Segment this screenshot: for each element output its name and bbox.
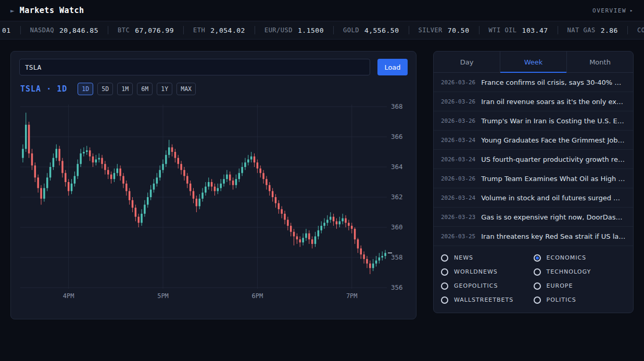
news-list: 2026-03-26France confirms oil crisis, sa…	[434, 73, 633, 246]
ticker-item: GOLD4,556.50	[334, 27, 409, 34]
chart-title: TSLA · 1D	[20, 84, 67, 94]
expand-icon: ►	[10, 8, 15, 14]
filter-label: EUROPE	[547, 282, 573, 289]
svg-text:360: 360	[391, 223, 402, 231]
timeframe-button-1m[interactable]: 1M	[117, 83, 133, 95]
news-filter-grid: NEWSECONOMICSWORLDNEWSTECHNOLOGYGEOPOLIT…	[434, 246, 633, 313]
news-row[interactable]: 2026-03-24US fourth-quarter productivity…	[434, 150, 633, 169]
ticker-value: 01	[2, 27, 11, 34]
radio-icon	[441, 268, 448, 276]
ticker-value: 70.50	[448, 27, 470, 34]
news-date: 2026-03-24	[441, 156, 475, 163]
ticker-item: WTI OIL103.47	[479, 27, 558, 34]
ticker-item: EUR/USD1.1500	[255, 27, 333, 34]
news-tabs: DayWeekMonth	[434, 51, 633, 73]
news-headline: Trump Team Examines What Oil as High as …	[481, 175, 626, 183]
overview-menu[interactable]: OVERVIEW ▸	[592, 7, 634, 14]
ticker-label: NAT GAS	[567, 27, 596, 34]
news-date: 2026-03-26	[441, 118, 475, 124]
chevron-right-icon: ▸	[630, 8, 634, 13]
filter-option-geopolitics[interactable]: GEOPOLITICS	[441, 279, 534, 293]
radio-icon	[534, 282, 541, 290]
radio-icon	[534, 268, 541, 276]
news-date: 2026-03-25	[441, 233, 475, 240]
news-headline: France confirms oil crisis, says 30-40% …	[481, 79, 626, 86]
news-row[interactable]: 2026-03-26Trump Team Examines What Oil a…	[434, 169, 633, 188]
title-separator: ·	[46, 84, 52, 94]
svg-text:6PM: 6PM	[252, 292, 263, 300]
svg-text:4PM: 4PM	[63, 292, 74, 300]
filter-option-europe[interactable]: EUROPE	[534, 279, 626, 293]
filter-label: WORLDNEWS	[454, 268, 498, 275]
news-headline: Iran threatens key Red Sea strait if US …	[481, 233, 626, 240]
news-row[interactable]: 2026-03-24Young Graduates Face the Grimm…	[434, 131, 633, 150]
timeframe-button-6m[interactable]: 6M	[137, 83, 153, 95]
ticker-label: COPPER	[637, 27, 644, 34]
news-headline: Young Graduates Face the Grimmest Job Ma…	[481, 136, 626, 144]
timeframe-button-1d[interactable]: 1D	[78, 83, 93, 95]
chart-header: TSLA · 1D 1D5D1M6M1YMAX	[20, 83, 407, 95]
ticker-item: NAT GAS2.86	[558, 27, 627, 34]
filter-label: GEOPOLITICS	[454, 282, 498, 289]
svg-text:366: 366	[391, 133, 402, 140]
ticker-label: WTI OIL	[489, 27, 517, 34]
radio-icon	[441, 282, 448, 290]
ticker-value: 103.47	[522, 27, 548, 34]
radio-icon	[441, 254, 448, 262]
svg-text:362: 362	[391, 193, 402, 201]
app-title: Markets Watch	[20, 6, 84, 15]
tab-week[interactable]: Week	[500, 51, 567, 72]
app-header: ► Markets Watch OVERVIEW ▸	[0, 0, 644, 21]
filter-option-news[interactable]: NEWS	[441, 251, 534, 265]
news-panel: DayWeekMonth 2026-03-26France confirms o…	[433, 51, 634, 313]
ticker-value: 4,556.50	[364, 27, 399, 34]
timeframe-button-1y[interactable]: 1Y	[157, 83, 172, 95]
news-headline: Iran oil revenue soars as it's the only …	[481, 98, 626, 106]
candlestick-chart: 3683663643623603583564PM5PM6PM7PM	[19, 100, 402, 311]
news-row[interactable]: 2026-03-26France confirms oil crisis, sa…	[434, 73, 633, 92]
tab-month[interactable]: Month	[567, 51, 633, 72]
svg-text:358: 358	[391, 253, 402, 261]
news-row[interactable]: 2026-03-23Gas is so expensive right now,…	[434, 208, 633, 227]
timeframe-group: 1D5D1M6M1YMAX	[78, 83, 196, 95]
ticker-value: 20,846.85	[59, 27, 98, 34]
tab-day[interactable]: Day	[434, 51, 500, 72]
filter-label: NEWS	[454, 254, 473, 261]
news-date: 2026-03-26	[441, 175, 475, 182]
symbol-input[interactable]	[19, 59, 370, 75]
filter-option-economics[interactable]: ECONOMICS	[534, 251, 626, 265]
overview-label: OVERVIEW	[592, 7, 626, 14]
svg-text:356: 356	[391, 283, 402, 291]
filter-option-worldnews[interactable]: WORLDNEWS	[441, 265, 534, 279]
news-row[interactable]: 2026-03-25Iran threatens key Red Sea str…	[434, 227, 633, 246]
filter-label: WALLSTREETBETS	[454, 296, 513, 303]
chart-panel: Load TSLA · 1D 1D5D1M6M1YMAX 36836636436…	[10, 51, 416, 319]
news-row[interactable]: 2026-03-24Volume in stock and oil future…	[434, 188, 633, 208]
chart-area[interactable]: 3683663643623603583564PM5PM6PM7PM	[19, 100, 408, 311]
timeframe-button-max[interactable]: MAX	[176, 83, 196, 95]
ticker-label: NASDAQ	[30, 27, 54, 34]
load-button[interactable]: Load	[377, 59, 408, 75]
news-date: 2026-03-24	[441, 195, 475, 201]
filter-label: ECONOMICS	[547, 254, 587, 261]
news-headline: Trump's War in Iran is Costing the U.S. …	[481, 117, 626, 125]
filter-option-politics[interactable]: POLITICS	[534, 293, 626, 307]
ticker-item: NASDAQ20,846.85	[21, 27, 108, 34]
ticker-value: 1.1500	[298, 27, 324, 34]
news-row[interactable]: 2026-03-26Iran oil revenue soars as it's…	[434, 92, 633, 111]
filter-option-wallstreetbets[interactable]: WALLSTREETBETS	[441, 293, 534, 307]
filter-option-technology[interactable]: TECHNOLOGY	[534, 265, 626, 279]
ticker-bar: 01NASDAQ20,846.85BTC67,076.99ETH2,054.02…	[0, 21, 644, 40]
ticker-value: 2,054.02	[210, 27, 245, 34]
ticker-item: SILVER70.50	[409, 27, 479, 34]
svg-text:364: 364	[391, 163, 402, 171]
ticker-item: 01	[0, 27, 20, 34]
news-headline: Volume in stock and oil futures surged m…	[481, 194, 626, 202]
news-date: 2026-03-26	[441, 79, 475, 86]
ticker-label: GOLD	[343, 27, 359, 34]
filter-label: POLITICS	[547, 296, 576, 303]
ticker-value: 67,076.99	[135, 27, 174, 34]
news-row[interactable]: 2026-03-26Trump's War in Iran is Costing…	[434, 111, 633, 131]
timeframe-button-5d[interactable]: 5D	[97, 83, 113, 95]
ticker-item: COPPER5.50	[628, 27, 644, 34]
